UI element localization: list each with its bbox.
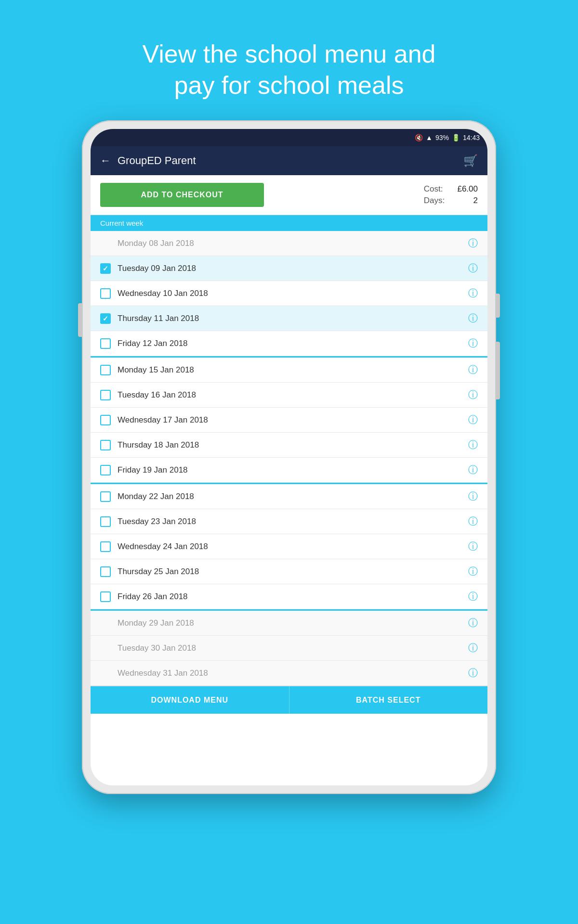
- checkbox-unchecked[interactable]: [100, 390, 111, 400]
- date-row[interactable]: Monday 22 Jan 2018ⓘ: [91, 484, 487, 509]
- date-row[interactable]: Friday 26 Jan 2018ⓘ: [91, 584, 487, 609]
- checkbox-unchecked[interactable]: [100, 591, 111, 602]
- date-label: Tuesday 23 Jan 2018: [118, 517, 468, 526]
- date-row[interactable]: Monday 29 Jan 2018ⓘ: [91, 611, 487, 636]
- info-icon[interactable]: ⓘ: [468, 642, 478, 654]
- wifi-icon: ▲: [426, 134, 433, 141]
- date-label: Monday 15 Jan 2018: [118, 365, 468, 375]
- checkbox-unchecked[interactable]: [100, 365, 111, 375]
- date-row[interactable]: Wednesday 24 Jan 2018ⓘ: [91, 534, 487, 559]
- date-label: Thursday 11 Jan 2018: [118, 314, 468, 323]
- tablet-screen: 🔇 ▲ 93% 🔋 14:43 ← GroupED Parent 🛒 ADD T…: [91, 129, 487, 785]
- checkbox-unchecked[interactable]: [100, 465, 111, 475]
- app-bar: ← GroupED Parent 🛒: [91, 146, 487, 175]
- power-button: [496, 294, 500, 318]
- date-label: Tuesday 30 Jan 2018: [118, 643, 468, 653]
- checkbox-unchecked[interactable]: [100, 440, 111, 450]
- date-label: Monday 29 Jan 2018: [118, 618, 468, 628]
- date-rows: Monday 08 Jan 2018ⓘ✓Tuesday 09 Jan 2018ⓘ…: [91, 231, 487, 686]
- date-list: Current week Monday 08 Jan 2018ⓘ✓Tuesday…: [91, 215, 487, 785]
- status-bar: 🔇 ▲ 93% 🔋 14:43: [91, 129, 487, 146]
- hero-text: View the school menu and pay for school …: [120, 38, 458, 101]
- info-icon[interactable]: ⓘ: [468, 540, 478, 553]
- checkbox-unchecked[interactable]: [100, 541, 111, 552]
- date-label: Friday 12 Jan 2018: [118, 339, 468, 348]
- info-icon[interactable]: ⓘ: [468, 287, 478, 300]
- check-mark: ✓: [103, 265, 108, 272]
- download-menu-button[interactable]: DOWNLOAD MENU: [91, 686, 289, 714]
- date-row[interactable]: Thursday 25 Jan 2018ⓘ: [91, 559, 487, 584]
- checkbox-unchecked[interactable]: [100, 566, 111, 577]
- back-button[interactable]: ←: [100, 154, 111, 167]
- week-header-current: Current week: [91, 215, 487, 231]
- volume-button: [78, 303, 82, 337]
- action-area: ADD TO CHECKOUT Cost: £6.00 Days: 2: [91, 175, 487, 215]
- info-icon[interactable]: ⓘ: [468, 463, 478, 476]
- date-row[interactable]: Monday 15 Jan 2018ⓘ: [91, 358, 487, 383]
- status-icons: 🔇 ▲ 93% 🔋 14:43: [415, 134, 480, 141]
- checkbox-checked[interactable]: ✓: [100, 263, 111, 274]
- mute-icon: 🔇: [415, 134, 423, 141]
- date-row[interactable]: Wednesday 10 Jan 2018ⓘ: [91, 281, 487, 306]
- date-row[interactable]: ✓Tuesday 09 Jan 2018ⓘ: [91, 256, 487, 281]
- checkbox-unchecked[interactable]: [100, 491, 111, 502]
- date-label: Wednesday 31 Jan 2018: [118, 668, 468, 678]
- date-label: Wednesday 10 Jan 2018: [118, 289, 468, 298]
- date-label: Tuesday 16 Jan 2018: [118, 390, 468, 400]
- info-icon[interactable]: ⓘ: [468, 413, 478, 426]
- date-label: Monday 22 Jan 2018: [118, 492, 468, 501]
- info-icon[interactable]: ⓘ: [468, 312, 478, 325]
- add-to-checkout-button[interactable]: ADD TO CHECKOUT: [100, 183, 264, 207]
- batch-select-button[interactable]: BATCH SELECT: [289, 686, 488, 714]
- info-icon[interactable]: ⓘ: [468, 262, 478, 275]
- date-row[interactable]: ✓Thursday 11 Jan 2018ⓘ: [91, 306, 487, 331]
- date-label: Wednesday 24 Jan 2018: [118, 542, 468, 552]
- hero-line1: View the school menu and: [143, 40, 436, 68]
- date-label: Friday 26 Jan 2018: [118, 592, 468, 602]
- info-icon[interactable]: ⓘ: [468, 515, 478, 528]
- info-icon[interactable]: ⓘ: [468, 616, 478, 629]
- scroll-indicator: [496, 342, 500, 399]
- hero-line2: pay for school meals: [174, 71, 404, 99]
- date-row[interactable]: Tuesday 16 Jan 2018ⓘ: [91, 383, 487, 408]
- date-row[interactable]: Wednesday 17 Jan 2018ⓘ: [91, 408, 487, 433]
- date-row[interactable]: Friday 19 Jan 2018ⓘ: [91, 458, 487, 483]
- date-row[interactable]: Thursday 18 Jan 2018ⓘ: [91, 433, 487, 458]
- date-label: Monday 08 Jan 2018: [118, 239, 468, 248]
- date-row[interactable]: Friday 12 Jan 2018ⓘ: [91, 331, 487, 356]
- days-label: Days:: [424, 196, 445, 205]
- check-mark: ✓: [103, 315, 108, 322]
- cost-info: Cost: £6.00 Days: 2: [424, 184, 478, 205]
- info-icon[interactable]: ⓘ: [468, 667, 478, 680]
- days-value: 2: [473, 196, 478, 205]
- date-row[interactable]: Tuesday 23 Jan 2018ⓘ: [91, 509, 487, 534]
- checkbox-checked[interactable]: ✓: [100, 313, 111, 324]
- date-label: Tuesday 09 Jan 2018: [118, 264, 468, 273]
- info-icon[interactable]: ⓘ: [468, 237, 478, 250]
- cost-label: Cost:: [424, 184, 443, 194]
- date-label: Thursday 25 Jan 2018: [118, 567, 468, 577]
- cost-value: £6.00: [457, 184, 478, 194]
- date-row[interactable]: Wednesday 31 Jan 2018ⓘ: [91, 661, 487, 686]
- checkbox-unchecked[interactable]: [100, 338, 111, 349]
- info-icon[interactable]: ⓘ: [468, 490, 478, 503]
- date-row[interactable]: Monday 08 Jan 2018ⓘ: [91, 231, 487, 256]
- info-icon[interactable]: ⓘ: [468, 388, 478, 401]
- info-icon[interactable]: ⓘ: [468, 590, 478, 603]
- bottom-buttons: DOWNLOAD MENU BATCH SELECT: [91, 686, 487, 714]
- info-icon[interactable]: ⓘ: [468, 565, 478, 578]
- tablet-device: 🔇 ▲ 93% 🔋 14:43 ← GroupED Parent 🛒 ADD T…: [82, 120, 496, 794]
- app-title: GroupED Parent: [118, 154, 463, 167]
- checkbox-unchecked[interactable]: [100, 288, 111, 299]
- date-label: Friday 19 Jan 2018: [118, 465, 468, 475]
- info-icon[interactable]: ⓘ: [468, 438, 478, 451]
- date-label: Thursday 18 Jan 2018: [118, 440, 468, 450]
- time-display: 14:43: [463, 134, 480, 141]
- info-icon[interactable]: ⓘ: [468, 363, 478, 376]
- checkbox-unchecked[interactable]: [100, 516, 111, 527]
- info-icon[interactable]: ⓘ: [468, 337, 478, 350]
- checkbox-unchecked[interactable]: [100, 415, 111, 425]
- cart-icon[interactable]: 🛒: [463, 154, 478, 167]
- battery-icon: 🔋: [452, 134, 460, 141]
- date-row[interactable]: Tuesday 30 Jan 2018ⓘ: [91, 636, 487, 661]
